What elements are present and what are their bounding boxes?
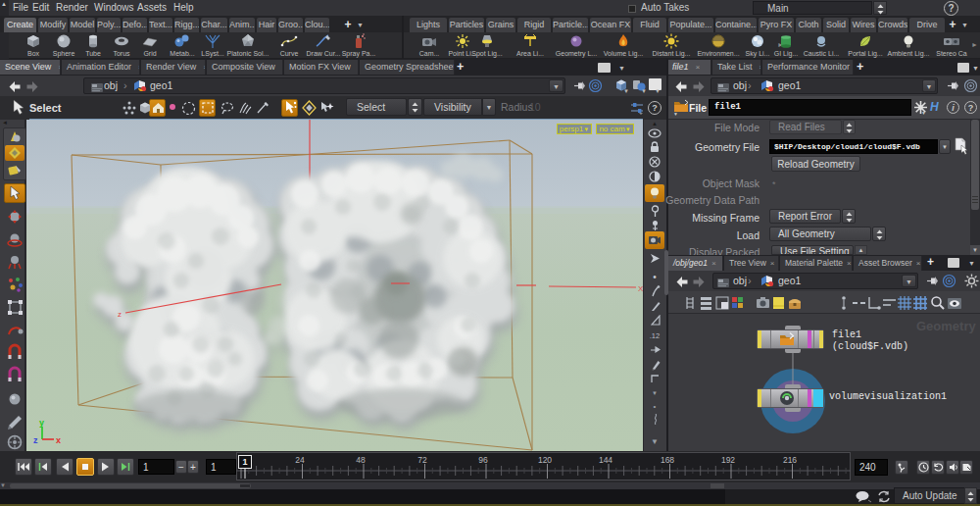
svg-text:216: 216: [783, 455, 797, 465]
svg-text:y: y: [39, 418, 44, 428]
svg-text:24: 24: [295, 455, 305, 465]
svg-text:144: 144: [599, 455, 612, 465]
svg-text:120: 120: [538, 455, 552, 465]
svg-text:192: 192: [721, 455, 735, 465]
svg-text:96: 96: [478, 455, 488, 465]
svg-text:72: 72: [417, 455, 427, 465]
svg-text:168: 168: [661, 455, 674, 465]
svg-text:x: x: [56, 435, 61, 445]
svg-text:48: 48: [356, 455, 366, 465]
svg-text:z: z: [33, 435, 38, 445]
svg-text:z: z: [118, 310, 122, 319]
